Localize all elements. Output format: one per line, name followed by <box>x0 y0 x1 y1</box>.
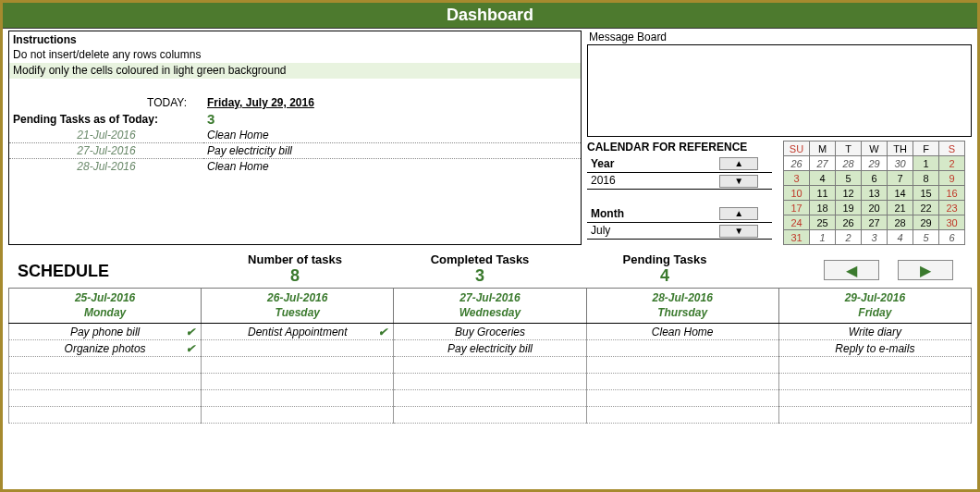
schedule-col-dow: Wednesday <box>394 306 585 321</box>
calendar-cell[interactable]: 14 <box>888 186 913 201</box>
today-value: Friday, July 29, 2016 <box>203 95 581 110</box>
calendar-cell[interactable]: 28 <box>888 215 913 230</box>
next-week-button[interactable]: ▶ <box>898 260 953 280</box>
schedule-cell[interactable]: Clean Home <box>586 324 778 340</box>
calendar-cell[interactable]: 5 <box>913 230 939 245</box>
calendar-cell[interactable]: 5 <box>836 171 862 186</box>
month-down-button[interactable]: ▼ <box>719 225 758 238</box>
calendar-cell[interactable]: 26 <box>836 215 862 230</box>
schedule-cell[interactable]: Reply to e-mails <box>778 340 971 357</box>
calendar-cell[interactable]: 24 <box>784 215 810 230</box>
schedule-column-header: 28-Jul-2016Thursday <box>586 289 778 324</box>
month-value[interactable]: July <box>587 222 706 239</box>
calendar-cell[interactable]: 9 <box>939 171 965 186</box>
schedule-cell[interactable] <box>394 390 586 407</box>
message-board-box[interactable] <box>587 44 972 137</box>
calendar-cell[interactable]: 15 <box>913 186 939 201</box>
calendar-cell[interactable]: 30 <box>888 156 913 171</box>
schedule-cell[interactable] <box>586 390 778 407</box>
calendar-cell[interactable]: 19 <box>836 201 862 215</box>
schedule-cell[interactable] <box>202 357 394 374</box>
instructions-line1: Do not insert/delete any rows columns <box>9 48 581 63</box>
schedule-cell[interactable] <box>778 407 971 424</box>
schedule-cell[interactable] <box>394 407 586 424</box>
year-label: Year <box>587 155 706 172</box>
calendar-cell[interactable]: 25 <box>810 215 836 230</box>
calendar-cell[interactable]: 29 <box>862 156 888 171</box>
schedule-cell[interactable] <box>202 340 394 357</box>
calendar-cell[interactable]: 22 <box>913 201 939 215</box>
calendar-cell[interactable]: 2 <box>939 156 965 171</box>
calendar-cell[interactable]: 18 <box>810 201 836 215</box>
calendar-cell[interactable]: 20 <box>862 201 888 215</box>
calendar-cell[interactable]: 29 <box>913 215 939 230</box>
schedule-title: SCHEDULE <box>8 252 202 281</box>
calendar-cell[interactable]: 17 <box>784 201 810 215</box>
calendar-cell[interactable]: 26 <box>784 156 810 171</box>
schedule-task-text: Write diary <box>849 326 901 338</box>
prev-week-button[interactable]: ◀ <box>824 260 879 280</box>
year-value[interactable]: 2016 <box>587 172 706 189</box>
schedule-cell[interactable]: Write diary <box>778 324 971 340</box>
schedule-cell[interactable] <box>202 407 394 424</box>
schedule-cell[interactable] <box>778 357 971 374</box>
schedule-col-date: 28-Jul-2016 <box>587 291 778 306</box>
schedule-column-header: 29-Jul-2016Friday <box>778 289 971 324</box>
schedule-cell[interactable]: Pay phone bill✔ <box>9 324 202 340</box>
calendar-cell[interactable]: 12 <box>836 186 862 201</box>
schedule-cell[interactable]: Pay electricity bill <box>394 340 586 357</box>
calendar-cell[interactable]: 30 <box>939 215 965 230</box>
schedule-cell[interactable] <box>778 374 971 390</box>
calendar-cell[interactable]: 23 <box>939 201 965 215</box>
check-icon: ✔ <box>378 326 387 338</box>
schedule-cell[interactable] <box>9 357 202 374</box>
calendar-cell[interactable]: 3 <box>862 230 888 245</box>
calendar-cell[interactable]: 11 <box>810 186 836 201</box>
pending-tasks-value: 4 <box>572 266 757 286</box>
calendar-cell[interactable]: 6 <box>862 171 888 186</box>
schedule-column-header: 27-Jul-2016Wednesday <box>394 289 586 324</box>
calendar-cell[interactable]: 8 <box>913 171 939 186</box>
schedule-cell[interactable] <box>202 374 394 390</box>
month-up-button[interactable]: ▲ <box>719 207 758 220</box>
schedule-cell[interactable] <box>586 407 778 424</box>
calendar-cell[interactable]: 10 <box>784 186 810 201</box>
schedule-task-text: Pay electricity bill <box>447 342 533 355</box>
calendar-cell[interactable]: 31 <box>784 230 810 245</box>
calendar-cell[interactable]: 2 <box>836 230 862 245</box>
schedule-cell[interactable]: Organize photos✔ <box>9 340 202 357</box>
schedule-cell[interactable] <box>394 357 586 374</box>
calendar-cell[interactable]: 6 <box>939 230 965 245</box>
schedule-cell[interactable] <box>9 390 202 407</box>
schedule-cell[interactable] <box>586 340 778 357</box>
calendar-cell[interactable]: 16 <box>939 186 965 201</box>
calendar-cell[interactable]: 27 <box>810 156 836 171</box>
pending-count: 3 <box>203 110 581 128</box>
calendar-cell[interactable]: 4 <box>810 171 836 186</box>
schedule-cell[interactable]: Dentist Appointment✔ <box>202 324 394 340</box>
schedule-cell[interactable] <box>9 407 202 424</box>
pending-task-name: Clean Home <box>203 128 581 143</box>
calendar-cell[interactable]: 28 <box>836 156 862 171</box>
calendar-cell[interactable]: 4 <box>888 230 913 245</box>
year-up-button[interactable]: ▲ <box>719 157 758 170</box>
schedule-cell[interactable] <box>394 374 586 390</box>
calendar-cell[interactable]: 13 <box>862 186 888 201</box>
calendar-cell[interactable]: 21 <box>888 201 913 215</box>
completed-tasks-value: 3 <box>387 266 572 286</box>
schedule-cell[interactable] <box>778 390 971 407</box>
calendar-cell[interactable]: 1 <box>913 156 939 171</box>
calendar-cell[interactable]: 1 <box>810 230 836 245</box>
schedule-col-date: 27-Jul-2016 <box>394 291 585 306</box>
schedule-cell[interactable]: Buy Groceries <box>394 324 586 340</box>
schedule-cell[interactable] <box>202 390 394 407</box>
instructions-panel: Instructions Do not insert/delete any ro… <box>8 31 582 245</box>
schedule-cell[interactable] <box>9 374 202 390</box>
schedule-cell[interactable] <box>586 357 778 374</box>
calendar-cell[interactable]: 3 <box>784 171 810 186</box>
calendar-cell[interactable]: 7 <box>888 171 913 186</box>
schedule-cell[interactable] <box>586 374 778 390</box>
pending-label: Pending Tasks as of Today: <box>9 110 203 128</box>
calendar-cell[interactable]: 27 <box>862 215 888 230</box>
year-down-button[interactable]: ▼ <box>719 175 758 188</box>
